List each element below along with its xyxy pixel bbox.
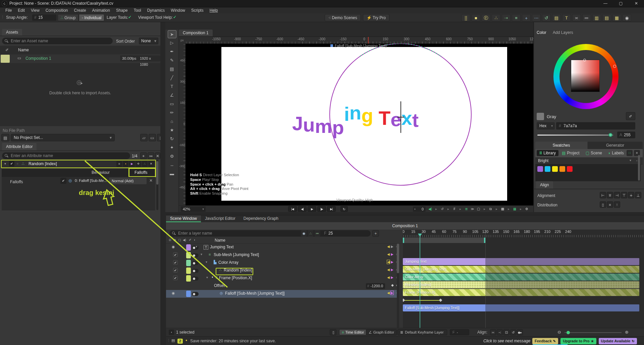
tool-button[interactable]: ★ (168, 126, 176, 134)
timeline-zoom-slider[interactable] (565, 332, 622, 333)
try-pro-button[interactable]: ⚡ Try Pro (363, 14, 389, 21)
viewport-bar-icon[interactable]: ≫ (470, 206, 475, 212)
menu-item[interactable]: Animation (90, 7, 113, 13)
composition-name[interactable]: Composition 1 (25, 56, 51, 61)
next-keyframe-icon[interactable]: ▶ (391, 260, 393, 264)
tool-button[interactable]: ➤ (168, 30, 176, 38)
statusbar-button[interactable]: Feedback✎ (532, 338, 558, 344)
keyframe-diamond[interactable] (403, 299, 405, 302)
horizontal-splitter[interactable] (165, 212, 644, 215)
onion-toggle-icon[interactable]: ◖ (414, 206, 416, 212)
graph-editor-button[interactable]: ∠Graph Editor (366, 329, 397, 335)
alpha-slider[interactable] (537, 135, 613, 136)
attribute-search-input[interactable]: Enter an Attribute name (2, 152, 130, 159)
jumping-text[interactable]: Jumping Text (292, 107, 419, 129)
time-editor-button[interactable]: ≡Time Editor (339, 329, 367, 335)
tool-button[interactable]: ▷ (168, 39, 176, 47)
keyframe-dot-icon[interactable]: ● (212, 276, 213, 279)
tab-assets[interactable]: Assets (2, 29, 22, 36)
toolbar-icon[interactable]: ▤ (602, 14, 611, 21)
next-keyframe-icon[interactable]: ▶ (391, 291, 393, 295)
asset-search-input[interactable]: Enter an Asset name (2, 38, 113, 44)
vertical-splitter-right[interactable] (533, 22, 534, 215)
tab-add-layers[interactable]: Add Layers (553, 30, 573, 35)
viewport-bar-icon[interactable]: ↺ (440, 206, 445, 212)
falloff-item-label[interactable]: 0: Falloff [Sub-Me... (75, 179, 107, 183)
prev-keyframe-icon[interactable]: ◀ (387, 260, 390, 264)
grid-view-icon[interactable]: ∷ (627, 150, 633, 156)
swatch-source-item[interactable]: ⅢLibrary (537, 150, 558, 156)
viewport-bar-icon[interactable]: # (452, 206, 457, 212)
transport-button[interactable]: |▶ (317, 206, 326, 212)
toolbar-icon[interactable]: ≍ (572, 14, 581, 21)
toolbar-icon[interactable]: ≡ (512, 14, 521, 21)
prev-keyframe-icon[interactable]: ◀ (387, 268, 390, 272)
menu-item[interactable]: Composition (43, 7, 71, 13)
menu-item[interactable]: Tool (131, 7, 144, 13)
viewport-bar-icon[interactable]: ▩ (500, 206, 505, 212)
layer-toggle[interactable] (192, 269, 199, 273)
tool-button[interactable]: ⚙ (168, 152, 176, 160)
color-swatch[interactable] (537, 166, 543, 172)
toolbar-icon[interactable]: ◉ (623, 14, 631, 21)
asset-color-chip[interactable] (1, 55, 10, 63)
attribute-scrollbar[interactable] (156, 160, 158, 210)
sv-marker[interactable] (583, 59, 586, 61)
eyedropper-button[interactable]: ✐ (626, 112, 635, 120)
next-keyframe-icon[interactable]: ▶ (391, 268, 393, 272)
tool-button[interactable]: ∠ (168, 91, 176, 99)
timeline-bar[interactable]: Random [Index] (403, 281, 639, 288)
maximize-button[interactable]: ▢ (613, 0, 629, 7)
toolbar-icon[interactable]: ⇢ (502, 14, 511, 21)
keyframe-diamond-icon[interactable]: ◆ (391, 283, 394, 287)
layer-name[interactable]: Offset (214, 283, 225, 288)
expand-chevron-icon[interactable]: ▾ (196, 245, 197, 248)
blend-mode-select[interactable]: Normal (Add) (109, 178, 147, 184)
timeline-bar[interactable]: Color Array (403, 274, 639, 281)
loop-button[interactable]: ↻ (340, 206, 348, 212)
footer-align-button[interactable]: ↺ (510, 329, 516, 335)
tool-button[interactable]: ✦ (168, 144, 176, 152)
next-keyframe-icon[interactable]: ▶ (391, 245, 393, 248)
menu-item[interactable]: Create (71, 7, 89, 13)
expand-chevron-icon[interactable]: ▾ (201, 252, 202, 256)
timeline-bar[interactable]: Frame [Position.X] (403, 289, 639, 296)
color-swatch[interactable] (559, 166, 565, 172)
tool-button[interactable]: ✒ (168, 48, 176, 56)
eye-icon[interactable]: ◉ (172, 291, 175, 295)
viewport-bar-icon[interactable]: ▸ (518, 206, 523, 212)
timeline-bar[interactable]: Falloff [Sub-Mesh [Jumping Text]] (403, 304, 639, 311)
prev-keyframe-icon[interactable]: ◀ (387, 252, 390, 256)
layer-name[interactable]: Sub-Mesh [Jumping Text] (214, 252, 259, 257)
viewport-help-check-icon[interactable]: ✓ (173, 15, 176, 19)
node-header-icon[interactable]: ✛ (136, 161, 141, 167)
menu-item[interactable]: Window (168, 7, 188, 13)
toolbar-icon[interactable]: ＋ (522, 14, 531, 21)
timeline-bar[interactable] (403, 297, 639, 304)
next-keyframe-icon[interactable]: ▶ (391, 276, 393, 279)
layer-name[interactable]: Jumping Text (210, 245, 233, 249)
enabled-check-icon[interactable]: ✔ (173, 260, 178, 265)
prev-keyframe-icon[interactable]: ◀ (387, 245, 390, 248)
layer-row[interactable]: Offset -1200.0 ◆ ▸ (166, 282, 399, 290)
solo-circle-icon[interactable]: ○ (16, 162, 18, 165)
layer-row[interactable]: ◉ ▾ T Jumping Text ◀ ▶ ○ (166, 244, 399, 251)
individual-button[interactable]: ▫ Individual (79, 14, 104, 21)
prev-keyframe-icon[interactable]: ◀ (387, 291, 390, 295)
toolbar-icon[interactable]: ↺ (542, 14, 551, 21)
layer-toggle[interactable] (192, 292, 199, 296)
color-swatch[interactable] (567, 166, 573, 172)
layer-tools-check-icon[interactable]: ✓ (128, 15, 131, 19)
swatch-source-item[interactable]: ◗Labels (605, 150, 627, 156)
vertical-splitter-left[interactable] (160, 22, 165, 345)
eyedropper-icon[interactable]: ✐ (5, 48, 9, 52)
color-swatch[interactable] (545, 166, 550, 172)
layer-row[interactable]: ✔ ▾ ● Y Frame [Position.X] ◀ ▶ ○ (166, 275, 399, 282)
collapse-chevron-icon[interactable]: ▾ (4, 162, 6, 165)
viewport-bar-icon[interactable]: ▦ (512, 206, 517, 212)
viewport-bar-icon[interactable]: ▸ (434, 206, 439, 212)
toolbar-icon[interactable]: Ⓕ (482, 14, 490, 21)
property-value-field[interactable]: -1200.0 (366, 283, 385, 289)
playhead-line[interactable] (420, 236, 420, 328)
transport-button[interactable]: ▶| (327, 206, 336, 212)
